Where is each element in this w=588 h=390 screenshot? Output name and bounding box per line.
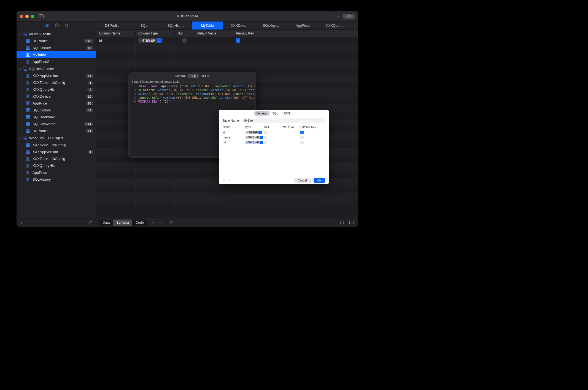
tab[interactable]: DBProfile (96, 22, 128, 30)
table-name-input[interactable] (242, 118, 325, 123)
tree-database[interactable]: ⌄WorkExpl…r1.3.sqlite (17, 134, 96, 141)
tab[interactable]: SQLHist… (160, 22, 192, 30)
schema-row[interactable]: idINTEGER⌄✓ (96, 37, 358, 44)
minimize-icon[interactable] (25, 15, 29, 18)
sidebar-item[interactable]: AppPrice2 (17, 58, 96, 65)
sidebar-tree[interactable]: ⌄MDBV2.sqliteDBProfile120SQLHistory10MyT… (17, 29, 96, 218)
sidebar-item[interactable]: XXXAppVersion1 (17, 148, 96, 155)
schema-col-default[interactable] (194, 37, 233, 44)
add-icon[interactable]: ＋ (149, 220, 156, 225)
panel-icon[interactable] (348, 221, 355, 224)
checkbox[interactable] (264, 136, 267, 139)
col-header-null[interactable]: Null (175, 30, 194, 37)
gen-col-type[interactable]: INTEGER⌄ (245, 131, 264, 134)
type-select[interactable]: VARCHAR⌄ (245, 136, 263, 139)
gen-row[interactable]: idINTEGER⌄✓ (223, 130, 325, 135)
schema-col-name[interactable]: id (96, 37, 136, 44)
ok-button[interactable]: Ok (314, 178, 325, 183)
sidebar-item[interactable]: MyTable (17, 51, 96, 58)
refresh-icon[interactable] (89, 221, 93, 225)
tree-database[interactable]: ⌄MDBV2.sqlite (17, 30, 96, 38)
tree-database[interactable]: ⌄SQLiteV2.sqlite (17, 65, 96, 72)
table-editor-popup[interactable]: General SQL JSON Table Name: Name Type N… (219, 110, 329, 184)
tab[interactable]: SQL (128, 22, 160, 30)
chevron-down-icon[interactable]: ▾ (338, 15, 339, 18)
tab[interactable]: AppPrice (287, 22, 319, 30)
sql-popup-tab-general[interactable]: General (172, 74, 188, 78)
sidebar-item[interactable]: AppPrice50 (17, 100, 96, 107)
sidebar-item[interactable]: AppPrice (17, 169, 96, 176)
schema-row-empty[interactable] (96, 201, 358, 208)
schema-col-null[interactable] (175, 37, 194, 44)
schema-col-pk[interactable]: ✓ (233, 37, 358, 44)
gen-col-name[interactable]: name (223, 136, 245, 139)
close-icon[interactable] (20, 15, 23, 18)
add-icon[interactable]: ＋ (332, 13, 336, 19)
sidebar-item[interactable]: SQLHistory10 (17, 44, 96, 51)
sidebar-item[interactable]: DBProfile11 (17, 127, 96, 134)
gen-col-null[interactable] (264, 141, 280, 144)
sql-popup-tab-sql[interactable]: SQL (188, 74, 199, 78)
schema-row-empty[interactable] (96, 59, 358, 67)
tab-scroll-right-icon[interactable]: › (350, 22, 358, 30)
info-icon[interactable] (338, 221, 346, 225)
sidebar-item[interactable]: SQLBookmak (17, 114, 96, 121)
remove-icon[interactable]: － (28, 220, 32, 225)
gen-col-null[interactable] (264, 131, 280, 134)
cancel-button[interactable]: Cancel (294, 178, 311, 183)
schema-row-empty[interactable] (96, 186, 358, 193)
gen-col-type[interactable]: VARCHAR⌄ (245, 141, 264, 144)
sidebar-item[interactable]: XXXQueryHis (17, 162, 96, 169)
zoom-icon[interactable] (31, 15, 34, 18)
tab[interactable]: SQLKey… (255, 22, 287, 30)
gen-popup-tab-json[interactable]: JSON (281, 111, 293, 116)
list-view-icon[interactable] (44, 24, 49, 27)
sidebar-toggle-icon[interactable] (39, 14, 44, 18)
sql-popup-tab-json[interactable]: JSON (199, 74, 212, 78)
sidebar-item[interactable]: SQLKeywords124 (17, 121, 96, 127)
sql-pill[interactable]: SQL (343, 14, 355, 19)
checkbox[interactable] (264, 141, 267, 144)
gen-row[interactable]: urlVARCHAR⌄ (223, 140, 325, 145)
sidebar-item[interactable]: XXXNode…ndConfig (17, 141, 96, 148)
sidebar-item[interactable]: XXXQueryHis4 (17, 86, 96, 93)
gen-popup-tab-general[interactable]: General (254, 111, 269, 116)
sidebar-item[interactable]: XXXAppVersion14 (17, 72, 96, 79)
remove-icon[interactable]: － (158, 220, 165, 225)
type-select[interactable]: INTEGER⌄ (245, 131, 262, 134)
add-icon[interactable]: ＋ (20, 220, 23, 225)
tab[interactable]: MyTable (192, 22, 223, 30)
seg-code[interactable]: Code (132, 220, 147, 226)
sidebar-item[interactable]: XXXDevice10 (17, 93, 96, 100)
sidebar-item[interactable]: SQLHistory43 (17, 107, 96, 114)
schema-col-type[interactable]: INTEGER⌄ (136, 37, 175, 44)
gen-col-name[interactable]: url (223, 141, 245, 144)
history-icon[interactable] (55, 23, 59, 27)
sidebar-item[interactable]: DBProfile120 (17, 38, 96, 44)
checkbox[interactable] (182, 38, 187, 43)
schema-row-empty[interactable] (96, 193, 358, 201)
checkbox[interactable]: ✓ (236, 38, 240, 43)
type-select[interactable]: INTEGER⌄ (138, 38, 163, 43)
schema-row-empty[interactable] (96, 52, 358, 59)
gen-rows[interactable]: idINTEGER⌄✓nameVARCHAR⌄urlVARCHAR⌄ (219, 130, 329, 176)
gen-popup-tab-sql[interactable]: SQL (270, 111, 280, 116)
gen-col-pk[interactable] (300, 141, 325, 144)
col-header-name[interactable]: Column Name (96, 30, 136, 37)
gen-col-type[interactable]: VARCHAR⌄ (245, 136, 264, 139)
type-select[interactable]: VARCHAR⌄ (245, 141, 263, 144)
col-header-pk[interactable]: Primary Key (233, 30, 358, 37)
sidebar-item[interactable]: SQLHistory (17, 176, 96, 183)
gen-col-pk[interactable]: ✓ (300, 131, 325, 134)
schema-row-empty[interactable] (96, 44, 358, 52)
sidebar-item[interactable]: XXXTable…thConfig1 (17, 79, 96, 86)
sidebar-item[interactable]: XXXTable…thConfig (17, 155, 96, 162)
seg-schema[interactable]: Schema (113, 220, 132, 226)
add-icon[interactable]: ＋ (223, 178, 226, 182)
col-header-type[interactable]: Column Type (136, 30, 175, 37)
tab[interactable]: XXXDev… (223, 22, 255, 30)
remove-icon[interactable]: － (228, 178, 231, 182)
refresh-icon[interactable] (168, 221, 175, 225)
checkbox[interactable] (264, 131, 267, 134)
col-header-default[interactable]: Default Value (194, 30, 233, 37)
